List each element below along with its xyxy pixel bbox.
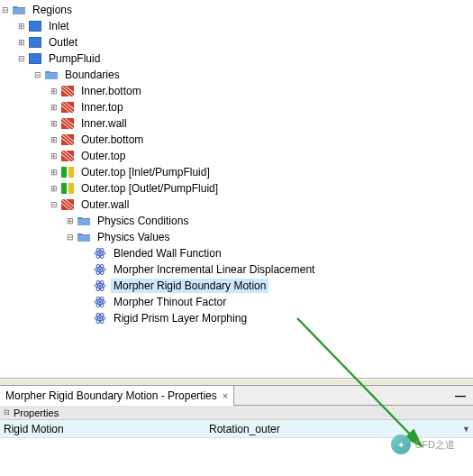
interface-icon [60,181,75,196]
tree-label: Outer.wall [78,197,132,212]
tree-label: Outer.bottom [78,133,146,147]
tree-row-boundary[interactable]: ⊟ Outer.wall [0,197,473,213]
tree-label: Inner.bottom [78,84,144,98]
tree-row-boundary[interactable]: ⊞ Inner.bottom [0,83,473,99]
expand-icon[interactable]: ⊞ [49,151,59,161]
tree-label: Rigid Prism Layer Morphing [111,311,250,325]
physics-icon [93,279,107,293]
folder-icon [77,230,91,244]
expand-icon[interactable]: ⊞ [49,87,59,96]
tree-row-morpher-rigid[interactable]: · Morpher Rigid Boundary Motion [0,278,473,294]
properties-tab[interactable]: Morpher Rigid Boundary Motion - Properti… [0,386,234,406]
watermark-text: CFD之道 [414,438,455,452]
svg-rect-1 [30,22,41,31]
expand-icon[interactable]: ⊞ [65,216,75,226]
expand-icon[interactable]: ⊞ [49,119,59,129]
physics-icon [93,295,107,309]
boundary-icon [60,100,75,114]
property-row-rigid-motion[interactable]: Rigid Motion Rotation_outer ▼ [0,420,473,438]
svg-point-19 [99,252,102,255]
tree-label: Outer.top [78,149,128,163]
property-value: Rotation_outer [209,423,280,435]
collapse-icon[interactable]: ⊟ [2,407,12,417]
tree-label: Boundaries [62,68,123,82]
tree-row-interface[interactable]: ⊞ Outer.top [Outlet/PumpFluid] [0,180,473,197]
tree-row-value[interactable]: · Morpher Incremental Linear Displacemen… [0,261,473,278]
tree-label: Inner.top [78,100,126,114]
tree-panel[interactable]: ⊟ Regions ⊞ Inlet ⊞ Outlet ⊟ PumpFluid ⊟… [0,0,473,379]
tree-row-value[interactable]: · Blended Wall Function [0,245,473,261]
folder-icon [77,214,91,228]
tree-row-boundary[interactable]: ⊞ Inner.top [0,99,473,115]
property-value-cell[interactable]: Rotation_outer ▼ [205,423,473,435]
svg-point-23 [99,269,102,271]
svg-point-35 [99,317,102,320]
physics-icon [93,246,107,261]
region-icon [28,35,42,50]
folder-icon [12,3,26,17]
tree-row-value[interactable]: · Rigid Prism Layer Morphing [0,310,473,326]
collapse-icon[interactable]: ⊟ [0,5,10,15]
minimize-button[interactable]: — [448,389,473,402]
region-icon [28,51,42,66]
properties-tab-bar: Morpher Rigid Boundary Motion - Properti… [0,386,473,406]
expand-icon[interactable]: ⊞ [49,135,59,145]
tree-label: Outer.top [Inlet/PumpFluid] [78,165,213,179]
section-label: Properties [14,407,59,418]
tree-label: Inlet [46,19,72,33]
tree-label: Regions [30,3,75,17]
physics-icon [93,311,107,325]
svg-point-27 [99,285,102,288]
tree-row-value[interactable]: · Morpher Thinout Factor [0,294,473,310]
expand-icon[interactable]: ⊞ [16,38,26,48]
tree-row-regions[interactable]: ⊟ Regions [0,2,473,18]
collapse-icon[interactable]: ⊟ [49,200,59,210]
svg-rect-11 [61,167,67,178]
boundary-icon [60,84,75,98]
expand-icon[interactable]: ⊞ [49,184,59,194]
svg-rect-14 [68,183,74,194]
tree-label: PumpFluid [46,51,103,66]
boundary-icon [60,133,75,147]
tree-label: Inner.wall [78,116,130,131]
expand-icon[interactable]: ⊞ [49,103,59,113]
tree-row-boundary[interactable]: ⊞ Outer.bottom [0,132,473,148]
svg-rect-12 [68,167,74,178]
svg-point-31 [99,301,102,304]
tree-row-pumpfluid[interactable]: ⊟ PumpFluid [0,50,473,67]
tree-row-inlet[interactable]: ⊞ Inlet [0,18,473,34]
boundary-icon [60,197,75,212]
folder-icon [44,68,59,82]
boundary-icon [60,149,75,163]
tree-row-interface[interactable]: ⊞ Outer.top [Inlet/PumpFluid] [0,164,473,180]
tree-label: Outlet [46,35,80,50]
tree-label: Physics Values [95,230,172,244]
tree-row-physics-conditions[interactable]: ⊞ Physics Conditions [0,213,473,229]
tree-row-boundary[interactable]: ⊞ Outer.top [0,148,473,164]
tree-row-boundary[interactable]: ⊞ Inner.wall [0,115,473,132]
tree-row-physics-values[interactable]: ⊟ Physics Values [0,229,473,245]
svg-rect-3 [30,38,41,47]
tab-label: Morpher Rigid Boundary Motion - Properti… [5,389,217,402]
expand-icon[interactable]: ⊞ [49,168,59,178]
close-icon[interactable]: × [223,390,228,401]
region-icon [28,19,42,33]
tree-row-outlet[interactable]: ⊞ Outlet [0,34,473,50]
chevron-down-icon[interactable]: ▼ [462,425,470,434]
tree-label: Morpher Rigid Boundary Motion [111,279,268,293]
tree-row-boundaries[interactable]: ⊟ Boundaries [0,67,473,83]
interface-icon [60,165,75,179]
collapse-icon[interactable]: ⊟ [32,70,42,80]
tree-label: Outer.top [Outlet/PumpFluid] [78,181,221,196]
svg-rect-13 [61,183,67,194]
properties-section-header[interactable]: ⊟ Properties [0,406,473,420]
tree-label: Morpher Thinout Factor [111,295,229,309]
collapse-icon[interactable]: ⊟ [16,54,26,64]
property-label: Rigid Motion [0,423,205,435]
expand-icon[interactable]: ⊞ [16,22,26,32]
svg-rect-5 [30,54,41,63]
tree-label: Morpher Incremental Linear Displacement [111,262,317,277]
boundary-icon [60,116,75,131]
physics-icon [93,262,107,277]
collapse-icon[interactable]: ⊟ [65,233,75,243]
